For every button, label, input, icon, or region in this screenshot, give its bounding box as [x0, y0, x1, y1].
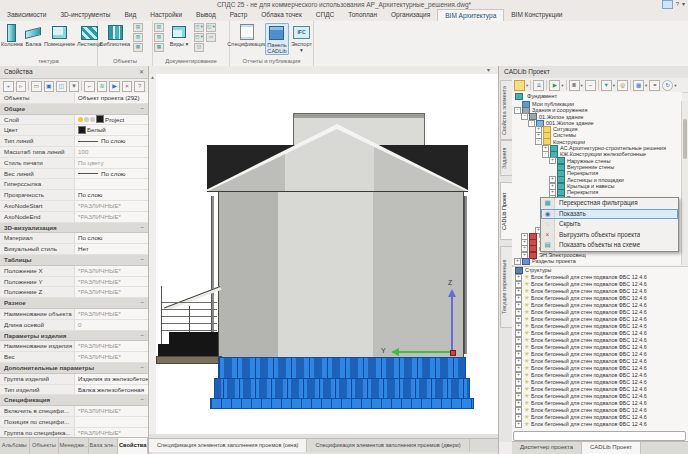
- tree-expander-icon[interactable]: +: [515, 358, 522, 365]
- menu-tab[interactable]: Растр: [223, 9, 255, 21]
- tree-expander-icon[interactable]: +: [515, 274, 522, 281]
- doc-tool-icon[interactable]: ▧: [154, 23, 164, 32]
- tree-expander-icon[interactable]: +: [514, 258, 521, 265]
- block-list-item[interactable]: +✳Блок бетонный для стен подвалов ФБС 12…: [512, 337, 688, 344]
- color-swatch[interactable]: [78, 126, 86, 134]
- collapse-icon[interactable]: −: [140, 255, 144, 265]
- block-list-item[interactable]: +✳Блок бетонный для стен подвалов ФБС 12…: [512, 393, 688, 400]
- property-value[interactable]: *РАЗЛИЧНЫЕ*: [75, 287, 148, 297]
- property-row[interactable]: Наименование изделия*РАЗЛИЧНЫЕ*: [0, 341, 148, 352]
- filter-icon[interactable]: ▼: [69, 81, 80, 92]
- property-row[interactable]: Положение X*РАЗЛИЧНЫЕ*: [0, 266, 148, 277]
- tree-scrollbar[interactable]: [681, 101, 688, 265]
- tree-expander-icon[interactable]: +: [515, 379, 522, 386]
- tree-expander-icon[interactable]: +: [515, 372, 522, 379]
- block-list-item[interactable]: +✳Блок бетонный для стен подвалов ФБС 12…: [512, 323, 688, 330]
- property-value[interactable]: Изделия из железобетона: [75, 374, 148, 384]
- context-menu-item[interactable]: ◉Показать: [541, 209, 678, 220]
- tree-expander-icon[interactable]: +: [515, 407, 522, 414]
- search-icon[interactable]: ◎: [617, 80, 628, 91]
- canvas-viewport[interactable]: Z Y: [156, 74, 498, 434]
- block-list-item[interactable]: +✳Блок бетонный для стен подвалов ФБС 12…: [512, 316, 688, 323]
- foundation-base[interactable]: [210, 398, 474, 409]
- tree-expander-icon[interactable]: +: [515, 302, 522, 309]
- layout-tab[interactable]: Спецификация элементов заполнения проемо…: [149, 439, 307, 452]
- doc-tool-icon[interactable]: ▨: [154, 33, 164, 42]
- dock-tab[interactable]: Диспетчер проекта: [512, 442, 582, 454]
- tree-expander-icon[interactable]: +: [515, 316, 522, 323]
- property-section[interactable]: Таблицы−: [0, 255, 148, 266]
- tree-expander-icon[interactable]: +: [515, 386, 522, 393]
- block-list-item[interactable]: +✳Блок бетонный для стен подвалов ФБС 12…: [512, 274, 688, 281]
- panel-tab[interactable]: Менедже..: [59, 438, 89, 454]
- ribbon-button[interactable]: Виды ▾: [166, 23, 192, 47]
- property-row[interactable]: Гиперссылка: [0, 179, 148, 190]
- collapse-icon[interactable]: −: [140, 298, 144, 308]
- property-row[interactable]: Позиция по специфи...: [0, 417, 148, 428]
- ribbon-button[interactable]: Спецификации: [231, 23, 263, 47]
- tree-expander-icon[interactable]: -: [535, 138, 542, 145]
- ribbon-button[interactable]: Колонна: [1, 23, 23, 47]
- close-icon[interactable]: ✕: [139, 66, 144, 78]
- property-value[interactable]: По слою: [75, 190, 148, 200]
- block-list-item[interactable]: +✳Блок бетонный для стен подвалов ФБС 12…: [512, 330, 688, 337]
- clear-icon[interactable]: ×: [122, 81, 133, 92]
- doc-tool-icon[interactable]: ◰ ▾: [194, 33, 204, 42]
- context-menu-item[interactable]: ▤Показать объекты на схеме: [541, 240, 678, 251]
- block-list-item[interactable]: +✳Блок бетонный для стен подвалов ФБС 12…: [512, 302, 688, 309]
- property-row[interactable]: Вес*РАЗЛИЧНЫЕ*: [0, 352, 148, 363]
- block-list-item[interactable]: +✳Блок бетонный для стен подвалов ФБС 12…: [512, 372, 688, 379]
- tree-expander-icon[interactable]: -: [514, 107, 521, 114]
- collapse-icon[interactable]: −: [140, 395, 144, 405]
- property-row[interactable]: СлойProject: [0, 115, 148, 126]
- property-value[interactable]: По слою: [75, 136, 148, 146]
- menu-tab[interactable]: Вид: [117, 9, 143, 21]
- lock-icon[interactable]: [90, 117, 95, 122]
- tree-expander-icon[interactable]: +: [515, 414, 522, 421]
- tree-expander-icon[interactable]: +: [515, 351, 522, 358]
- property-row[interactable]: Тип линийПо слою: [0, 136, 148, 147]
- property-value[interactable]: По цвету: [75, 158, 148, 168]
- tree-expander-icon[interactable]: +: [515, 393, 522, 400]
- property-value[interactable]: [75, 417, 148, 427]
- collapse-icon[interactable]: −: [140, 223, 144, 233]
- freeze-icon[interactable]: [84, 117, 89, 122]
- property-row[interactable]: Масштаб типа линий100: [0, 147, 148, 158]
- property-row[interactable]: Группа изделийИзделия из железобетона: [0, 374, 148, 385]
- doc-tool-icon[interactable]: ▭: [206, 33, 216, 42]
- property-value[interactable]: *РАЗЛИЧНЫЕ*: [75, 341, 148, 351]
- menu-tab[interactable]: Облака точек: [254, 9, 309, 21]
- ribbon-button[interactable]: Балка: [25, 23, 42, 47]
- collapse-icon[interactable]: −: [140, 331, 144, 341]
- block-list-item[interactable]: +✳Блок бетонный для стен подвалов ФБС 12…: [512, 386, 688, 393]
- tree-expander-icon[interactable]: +: [515, 421, 522, 428]
- layer-color-swatch[interactable]: [96, 115, 104, 123]
- tree-expander-icon[interactable]: +: [549, 157, 556, 164]
- block-list-item[interactable]: +✳Блок бетонный для стен подвалов ФБС 12…: [512, 295, 688, 302]
- property-value[interactable]: Нет: [75, 244, 148, 254]
- ribbon-button[interactable]: IFCЭкспорт ▾: [291, 23, 312, 53]
- panel-tab[interactable]: База эле..: [89, 438, 119, 454]
- property-row[interactable]: ПрозрачностьПо слою: [0, 190, 148, 201]
- foundation-row-2[interactable]: [214, 378, 470, 400]
- block-list-item[interactable]: +✳Блок бетонный для стен подвалов ФБС 12…: [512, 281, 688, 288]
- property-value[interactable]: 100: [75, 147, 148, 157]
- doc-tool-icon[interactable]: ◳ ▾: [194, 23, 204, 32]
- property-value[interactable]: [75, 179, 148, 189]
- tree-expander-icon[interactable]: +: [515, 365, 522, 372]
- help-icon[interactable]: ?: [134, 81, 145, 92]
- panel-tab[interactable]: Свойства: [118, 438, 148, 454]
- filter-icon[interactable]: ▼: [601, 80, 612, 91]
- property-section[interactable]: Спецификация−: [0, 395, 148, 406]
- property-value[interactable]: По слою: [75, 169, 148, 179]
- import-icon[interactable]: ⇊: [533, 80, 544, 91]
- menu-tab[interactable]: СПДС: [309, 9, 341, 21]
- foundation-row-1[interactable]: [218, 357, 466, 380]
- collapse-icon[interactable]: −: [585, 80, 596, 91]
- block-list-item[interactable]: +✳Блок бетонный для стен подвалов ФБС 12…: [512, 358, 688, 365]
- block-list-item[interactable]: +✳Блок бетонный для стен подвалов ФБС 12…: [512, 309, 688, 316]
- open-project-icon[interactable]: [514, 80, 525, 91]
- collapse-icon[interactable]: −: [140, 104, 144, 114]
- property-section[interactable]: Дополнительные параметры−: [0, 363, 148, 374]
- doc-tool-icon[interactable]: ◲: [194, 43, 204, 52]
